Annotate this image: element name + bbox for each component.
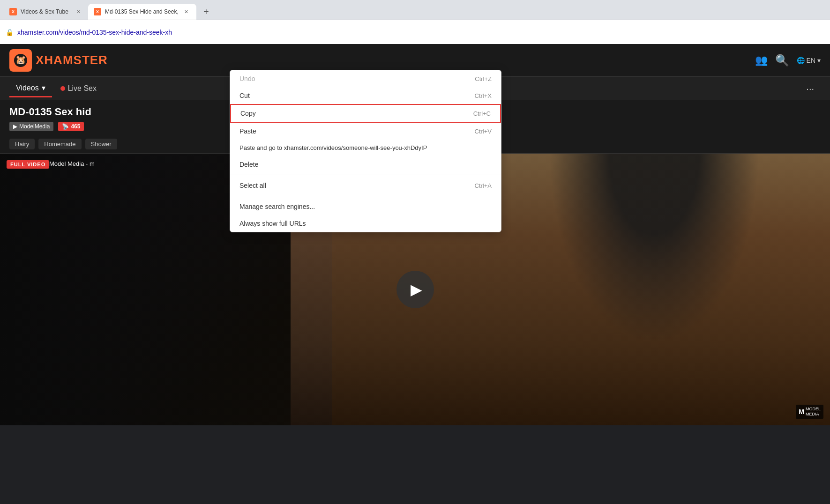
nav-more-label: ··· <box>806 83 814 94</box>
copy-label: Copy <box>240 110 256 117</box>
nav-videos-label: Videos <box>16 84 39 92</box>
tab-2-close[interactable]: ✕ <box>182 7 191 16</box>
paste-url-label: Paste and go to xhamster.com/videos/some… <box>239 144 427 151</box>
play-button[interactable]: ▶ <box>396 271 434 308</box>
site-logo[interactable]: 🐹 XHAMSTER <box>9 49 108 72</box>
mm-label: M <box>799 408 804 415</box>
address-input[interactable] <box>17 29 824 36</box>
sub-count: 465 <box>71 123 80 130</box>
context-menu-paste-url[interactable]: Paste and go to xhamster.com/videos/some… <box>230 140 501 156</box>
nav-live-sex[interactable]: Live Sex <box>54 81 103 96</box>
select-all-label: Select all <box>239 182 266 189</box>
model-media-badge: M MODELMEDIA <box>796 405 823 419</box>
live-dot-icon <box>60 86 65 91</box>
context-menu: Undo Ctrl+Z Cut Ctrl+X Copy Ctrl+C Paste… <box>230 70 501 232</box>
browser-chrome: X Videos & Sex Tube ✕ X Md-0135 Sex Hide… <box>0 0 830 44</box>
copy-shortcut: Ctrl+C <box>473 110 491 117</box>
select-all-shortcut: Ctrl+A <box>475 182 492 189</box>
page: 🐹 XHAMSTER 👥 🔍 🌐 EN ▾ Videos ▾ Live Sex … <box>0 44 830 425</box>
address-bar: 🔒 <box>0 20 830 44</box>
users-icon[interactable]: 👥 <box>755 54 768 67</box>
tab-1-close[interactable]: ✕ <box>74 7 82 16</box>
context-menu-manage-engines[interactable]: Manage search engines... <box>230 198 501 215</box>
context-menu-delete[interactable]: Delete <box>230 156 501 173</box>
play-icon: ▶ <box>13 123 17 130</box>
svg-text:🐹: 🐹 <box>15 55 26 65</box>
channel-name: ModelMedia <box>19 123 50 130</box>
new-tab-button[interactable]: + <box>198 4 214 20</box>
header-right: 👥 🔍 🌐 EN ▾ <box>755 54 821 67</box>
nav-videos-chevron-icon: ▾ <box>42 83 45 92</box>
tag-hairy[interactable]: Hairy <box>9 139 35 149</box>
lock-icon: 🔒 <box>6 29 14 36</box>
paste-label: Paste <box>239 127 256 135</box>
menu-divider-2 <box>230 196 501 196</box>
mm-text: MODELMEDIA <box>806 407 821 417</box>
tab-1[interactable]: X Videos & Sex Tube ✕ <box>4 4 88 20</box>
undo-shortcut: Ctrl+Z <box>475 75 492 82</box>
undo-label: Undo <box>239 75 255 82</box>
nav-more[interactable]: ··· <box>800 80 821 98</box>
search-icon[interactable]: 🔍 <box>775 54 789 67</box>
tab-2-title: Md-0135 Sex Hide and Seek, <box>105 8 179 15</box>
nav-live-sex-label: Live Sex <box>68 84 97 93</box>
cut-shortcut: Ctrl+X <box>475 92 492 99</box>
lang-chevron-icon: ▾ <box>817 57 821 64</box>
play-icon-glyph: ▶ <box>411 281 422 298</box>
nav-videos[interactable]: Videos ▾ <box>9 80 52 97</box>
cut-label: Cut <box>239 92 250 99</box>
paste-shortcut: Ctrl+V <box>475 128 492 135</box>
tab-1-title: Videos & Sex Tube <box>21 8 70 15</box>
lang-label: EN <box>807 57 815 64</box>
tab-2-favicon: X <box>94 8 101 15</box>
subscribe-button[interactable]: 📡 465 <box>58 122 84 131</box>
tab-1-favicon: X <box>9 8 17 15</box>
context-menu-cut[interactable]: Cut Ctrl+X <box>230 87 501 104</box>
channel-button[interactable]: ▶ ModelMedia <box>9 122 53 131</box>
menu-divider-1 <box>230 175 501 175</box>
delete-label: Delete <box>239 161 258 168</box>
context-menu-copy[interactable]: Copy Ctrl+C <box>230 104 501 123</box>
tag-homemade[interactable]: Homemade <box>38 139 81 149</box>
logo-icon: 🐹 <box>9 49 32 72</box>
tag-shower[interactable]: Shower <box>85 139 117 149</box>
context-menu-undo[interactable]: Undo Ctrl+Z <box>230 70 501 87</box>
language-button[interactable]: 🌐 EN ▾ <box>797 57 821 64</box>
tab-bar: X Videos & Sex Tube ✕ X Md-0135 Sex Hide… <box>0 0 830 20</box>
context-menu-show-urls[interactable]: Always show full URLs <box>230 215 501 232</box>
manage-engines-label: Manage search engines... <box>239 203 315 210</box>
sub-icon: 📡 <box>62 123 69 130</box>
logo-text: XHAMSTER <box>36 53 108 67</box>
tab-2[interactable]: X Md-0135 Sex Hide and Seek, ✕ <box>88 4 196 20</box>
context-menu-paste[interactable]: Paste Ctrl+V <box>230 123 501 140</box>
globe-icon: 🌐 <box>797 57 805 64</box>
show-urls-label: Always show full URLs <box>239 220 306 227</box>
context-menu-select-all[interactable]: Select all Ctrl+A <box>230 177 501 194</box>
